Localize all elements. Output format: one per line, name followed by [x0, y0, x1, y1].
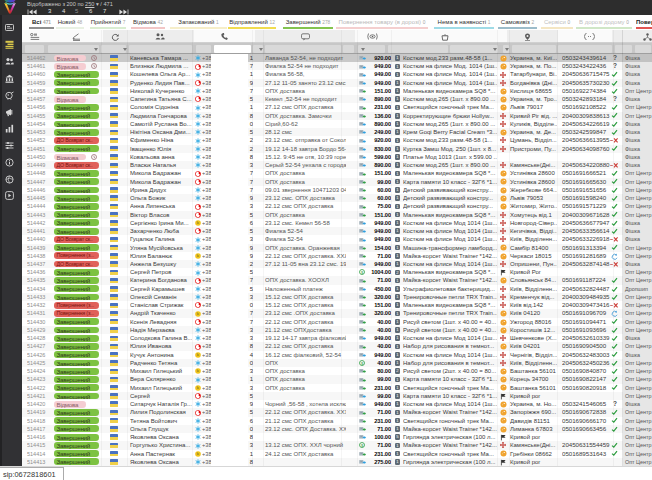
svg-text:lc: lc [197, 386, 200, 390]
svg-text:lc: lc [197, 353, 200, 357]
svg-text:lc: lc [197, 370, 200, 374]
svg-text:lc: lc [197, 312, 200, 316]
svg-text:lc: lc [197, 254, 200, 258]
svg-text:lc: lc [197, 221, 200, 225]
svg-text:lc: lc [197, 452, 200, 456]
